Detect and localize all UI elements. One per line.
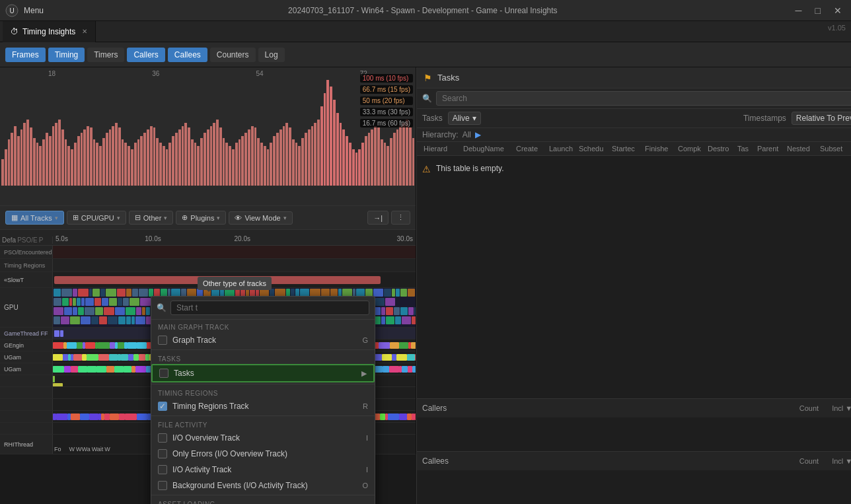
callers-panel: Callers Count Incl ▼ Excl <box>417 399 851 452</box>
timing-insights-icon: ⏱ <box>11 27 18 36</box>
callers-panel-header: Callers Count Incl ▼ Excl <box>417 399 851 417</box>
track-label-slowt: «SlowT <box>0 272 53 287</box>
graph-track-shortcut: G <box>362 336 368 344</box>
tasks-item-label: Tasks <box>174 369 356 378</box>
item-bg-events[interactable]: Background Events (I/O Activity Track) O <box>151 478 375 493</box>
divider2 <box>151 384 375 384</box>
cpu-gpu-button[interactable]: ⊞ CPU/GPU ▾ <box>67 211 126 225</box>
io-activity-shortcut: I <box>366 466 368 474</box>
io-overview-checkbox[interactable] <box>158 433 167 443</box>
tab-close-button[interactable]: ✕ <box>82 28 87 35</box>
tasks-alive-select[interactable]: Alive ▾ <box>448 112 481 125</box>
tasks-filter-toolbar: Tasks Alive ▾ Timestamps Relative To Pre… <box>417 109 851 128</box>
callees-incl-label[interactable]: Incl ▼ <box>832 457 851 465</box>
more-button[interactable]: ⋮ <box>391 211 410 225</box>
divider3 <box>151 415 375 416</box>
titlebar: U Menu 20240703_161107 - Win64 - Spawn -… <box>0 0 851 21</box>
view-mode-button[interactable]: 👁 View Mode ▾ <box>229 211 292 225</box>
item-io-overview[interactable]: I/O Overview Track I <box>151 430 375 446</box>
graph-track-checkbox[interactable] <box>158 336 167 345</box>
menu-button[interactable]: Menu <box>24 6 44 15</box>
item-tasks[interactable]: Tasks ▶ <box>151 364 375 382</box>
timestamps-label: Timestamps <box>743 114 786 123</box>
bottom-panels: Callers Count Incl ▼ Excl Callees <box>417 398 851 504</box>
counters-button[interactable]: Counters <box>210 48 256 62</box>
timing-button[interactable]: Timing <box>48 48 85 62</box>
svg-text:U: U <box>9 7 14 15</box>
tasks-search-input[interactable] <box>436 91 851 106</box>
pin-button[interactable]: →| <box>367 211 388 225</box>
section-file-activity: File Activity <box>151 417 375 430</box>
track-label-ugam1: UGam <box>0 351 53 363</box>
track-content-pso[interactable] <box>53 246 416 258</box>
tasks-window: ⚑ Tasks ✕ 🔍 ⚙ Tasks Alive ▾ Timestamps R… <box>416 67 851 504</box>
callers-button[interactable]: Callers <box>127 48 165 62</box>
fps-label-10: 100 ms (10 fps) <box>360 74 413 83</box>
timing-regions-checkbox[interactable]: ✓ <box>158 402 167 411</box>
callers-content <box>417 417 851 451</box>
maximize-button[interactable]: □ <box>811 4 825 17</box>
minimize-button[interactable]: ─ <box>792 4 806 17</box>
item-graph-track[interactable]: Graph Track G <box>151 332 375 348</box>
right-panel: ⚑ Tasks ✕ 🔍 ⚙ Tasks Alive ▾ Timestamps R… <box>416 67 851 504</box>
io-overview-label: I/O Overview Track <box>172 433 361 443</box>
bg-events-label: Background Events (I/O Activity Track) <box>172 481 357 490</box>
bg-events-shortcut: O <box>362 482 368 489</box>
item-timing-regions[interactable]: ✓ Timing Regions Track R <box>151 398 375 414</box>
other-button[interactable]: ⊟ Other ▾ <box>129 211 174 225</box>
io-activity-checkbox[interactable] <box>158 465 167 474</box>
hierarchy-value: All <box>462 130 471 139</box>
callers-incl-label[interactable]: Incl ▼ <box>832 404 851 412</box>
th-launch: Launch <box>545 142 575 155</box>
search-icon: 🔍 <box>157 303 166 312</box>
other-icon: ⊟ <box>135 213 141 222</box>
ruler-header: Defa PSO/E P <box>0 236 53 244</box>
only-errors-checkbox[interactable] <box>158 449 167 458</box>
tab-timing-insights[interactable]: ⏱ Timing Insights ✕ <box>3 21 96 42</box>
th-create: Create <box>512 142 545 155</box>
th-finished: Finishe <box>641 142 674 155</box>
th-started: Startec <box>608 142 641 155</box>
warning-icon: ⚠ <box>422 164 431 174</box>
track-content-timing-regions[interactable] <box>53 259 416 271</box>
view-mode-label: View Mode <box>244 214 280 222</box>
timing-regions-shortcut: R <box>363 402 368 410</box>
tab-label: Timing Insights <box>22 27 75 36</box>
fps-label-20: 50 ms (20 fps) <box>360 96 413 105</box>
frames-button[interactable]: Frames <box>5 48 46 62</box>
log-button[interactable]: Log <box>258 48 285 62</box>
item-only-errors[interactable]: Only Errors (I/O Overview Track) <box>151 446 375 462</box>
callees-button[interactable]: Callees <box>168 48 207 62</box>
timers-button[interactable]: Timers <box>87 48 124 62</box>
all-tracks-label: All Tracks <box>20 214 52 222</box>
tasks-titlebar: ⚑ Tasks ✕ <box>417 67 851 89</box>
plugins-label: Plugins <box>190 214 214 222</box>
other-label: Other <box>143 214 162 222</box>
track-label-extra4 <box>0 411 53 422</box>
track-label-gamethread-ff: GameThread FF <box>0 328 53 339</box>
track-row-pso: PSO/Encountered new co <box>0 246 416 259</box>
dropdown-search-input[interactable] <box>170 301 369 315</box>
chevron-down-icon3: ▾ <box>164 215 167 221</box>
th-parent: Parent <box>753 142 783 155</box>
callees-content <box>417 470 851 504</box>
tasks-table-header: Hierard DebugName Create Launch Schedu S… <box>417 142 851 156</box>
close-button[interactable]: ✕ <box>830 4 846 17</box>
callees-panel: Callees Count Incl ▼ Excl <box>417 452 851 504</box>
main-toolbar: Frames Timing Timers Callers Callees Cou… <box>0 42 851 67</box>
timestamp-select[interactable]: Relative To Previous ▾ <box>792 112 851 125</box>
tasks-hierarchy-bar: Hierarchy: All ▶ <box>417 128 851 142</box>
fps-label-60: 16.7 ms (60 fps) <box>360 119 413 127</box>
item-io-activity[interactable]: I/O Activity Track I <box>151 462 375 478</box>
all-tracks-button[interactable]: ▦ All Tracks ▾ <box>5 211 64 225</box>
cpu-gpu-label: CPU/GPU <box>81 214 114 222</box>
tasks-checkbox[interactable] <box>159 369 168 378</box>
tab-bar: ⏱ Timing Insights ✕ <box>0 21 851 42</box>
bg-events-checkbox[interactable] <box>158 481 167 490</box>
plugins-button[interactable]: ⊕ Plugins ▾ <box>176 211 226 225</box>
version-label: v1.05 <box>828 24 846 32</box>
other-tracks-dropdown: Other type of tracks 🔍 Main Graph Track … <box>151 296 375 504</box>
track-row-timing-regions: Timing Regions <box>0 259 416 272</box>
th-hierarchy: Hierard <box>420 142 459 155</box>
ruler-times: 5.0s 10.0s 20.0s 30.0s <box>53 235 416 244</box>
